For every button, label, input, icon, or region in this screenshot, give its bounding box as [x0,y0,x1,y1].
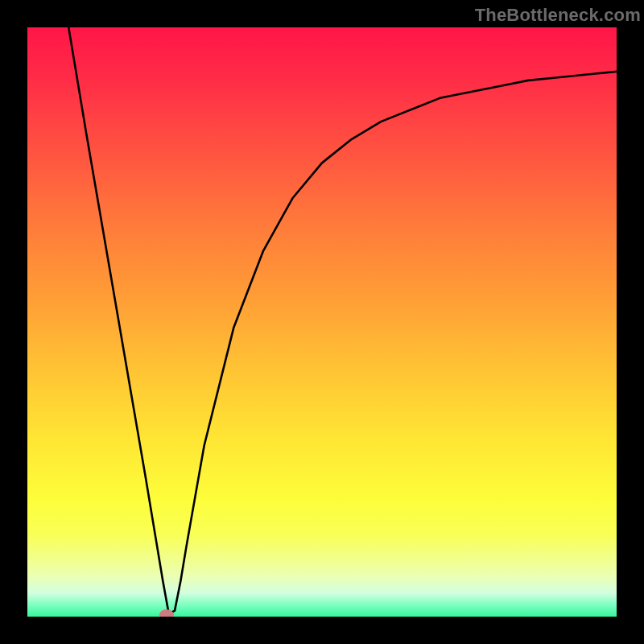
plot-area [27,27,617,617]
optimal-marker [159,609,174,617]
curve-svg [27,27,617,617]
watermark-text: TheBottleneck.com [475,5,641,26]
bottleneck-curve-path [68,27,617,613]
